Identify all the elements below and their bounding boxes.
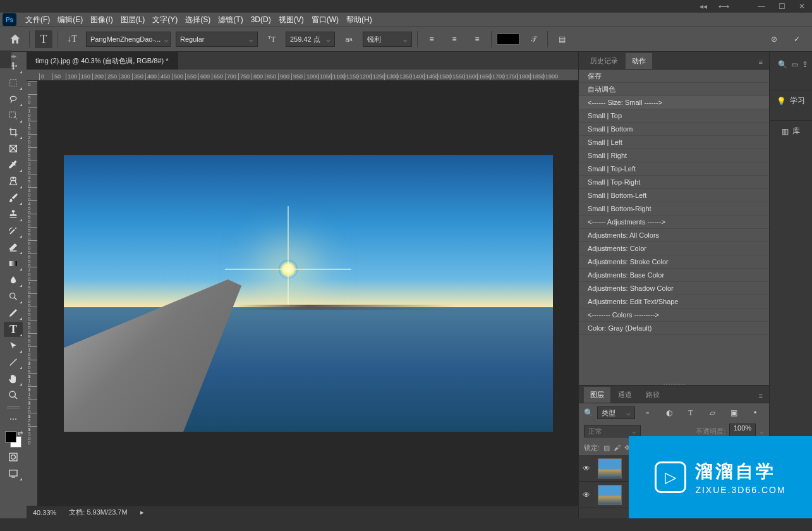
menu-select[interactable]: 选择(S) — [181, 13, 214, 27]
align-center-icon[interactable]: ≡ — [445, 30, 463, 48]
filter-adjust-icon[interactable]: ◐ — [660, 404, 678, 422]
action-row[interactable]: Adjustments: Edit Text/Shape — [579, 295, 769, 308]
zoom-tool[interactable] — [4, 388, 23, 403]
type-tool[interactable]: T — [4, 322, 23, 337]
filter-smart-icon[interactable]: ▣ — [725, 404, 742, 422]
collapsed-color-panel[interactable] — [0, 51, 11, 68]
brush-tool[interactable] — [4, 190, 23, 205]
action-row[interactable]: Adjustments: Stroke Color — [579, 255, 769, 269]
action-row[interactable]: Small | Bottom — [579, 123, 769, 136]
history-brush-tool[interactable] — [4, 223, 23, 238]
align-left-icon[interactable]: ≡ — [423, 30, 440, 48]
lasso-tool[interactable] — [4, 92, 23, 107]
quick-mask-icon[interactable] — [4, 449, 23, 465]
font-style-select[interactable]: Regular⌵ — [176, 32, 258, 47]
character-panel-icon[interactable]: ▤ — [553, 30, 571, 48]
close-button[interactable]: ✕ — [794, 1, 809, 12]
quick-select-tool[interactable] — [4, 108, 23, 123]
action-row[interactable]: 保存 — [579, 70, 769, 83]
menu-layer[interactable]: 图层(L) — [117, 13, 149, 27]
frame-tool[interactable] — [4, 141, 23, 156]
layer-filter-select[interactable]: 类型⌵ — [597, 406, 635, 419]
hand-tool[interactable] — [4, 371, 23, 386]
panel-menu-icon[interactable]: ≡ — [753, 55, 769, 69]
foreground-color[interactable] — [5, 431, 16, 442]
menu-help[interactable]: 帮助(H) — [342, 13, 376, 27]
menu-type[interactable]: 文字(Y) — [148, 13, 181, 27]
font-size-select[interactable]: 259.42 点⌵ — [286, 32, 335, 47]
dodge-tool[interactable] — [4, 289, 23, 304]
color-swatches[interactable]: ⇄ — [4, 430, 23, 449]
collapse-panels-icon[interactable]: ◂◂ — [696, 1, 711, 12]
crop-tool[interactable] — [4, 125, 23, 140]
action-row[interactable]: Adjustments: Shadow Color — [579, 282, 769, 295]
blend-mode-select[interactable]: 正常⌵ — [584, 425, 641, 437]
tab-layers[interactable]: 图层 — [584, 387, 610, 403]
action-row[interactable]: Small | Bottom-Left — [579, 189, 769, 202]
shape-tool[interactable] — [4, 355, 23, 370]
visibility-icon[interactable]: 👁 — [583, 464, 593, 473]
action-row[interactable]: Adjustments: Color — [579, 242, 769, 255]
filter-type-icon[interactable]: T — [682, 404, 700, 422]
zoom-level[interactable]: 40.33% — [33, 509, 56, 516]
action-row[interactable]: Color: Gray (Default) — [579, 322, 769, 335]
edit-toolbar-icon[interactable]: ⋯ — [4, 412, 23, 427]
canvas[interactable] — [38, 81, 578, 506]
share-icon[interactable]: ⇪ — [802, 60, 808, 69]
menu-edit[interactable]: 编辑(E) — [54, 13, 87, 27]
panel-resize-handle[interactable]: ⋯⋯⋯ — [579, 380, 769, 385]
blur-tool[interactable] — [4, 272, 23, 288]
ruler-vertical[interactable]: 0501001502002503003504004505005506006507… — [27, 81, 38, 506]
menu-window[interactable]: 窗口(W) — [308, 13, 342, 27]
ruler-horizontal[interactable]: 0501001502002503003504004505005506006507… — [27, 70, 578, 81]
action-row[interactable]: Small | Left — [579, 136, 769, 149]
action-row[interactable]: Small | Top-Left — [579, 162, 769, 176]
pen-tool[interactable] — [4, 305, 23, 320]
tool-preset-icon[interactable]: T — [35, 30, 52, 48]
gradient-tool[interactable] — [4, 256, 23, 271]
text-orientation-icon[interactable]: ↓T — [63, 30, 81, 48]
tab-paths[interactable]: 路径 — [639, 387, 666, 403]
warp-text-icon[interactable]: 𝒯 — [524, 30, 542, 48]
menu-file[interactable]: 文件(F) — [21, 13, 54, 27]
eraser-tool[interactable] — [4, 240, 23, 255]
filter-toggle[interactable]: • — [746, 404, 764, 422]
action-row[interactable]: 自动调色 — [579, 83, 769, 96]
menu-view[interactable]: 视图(V) — [275, 13, 308, 27]
marquee-tool[interactable] — [4, 75, 23, 90]
action-row[interactable]: Small | Top-Right — [579, 176, 769, 189]
layer-thumbnail[interactable] — [598, 458, 622, 479]
libraries-panel-button[interactable]: ▥ 库 — [770, 120, 812, 142]
path-select-tool[interactable] — [4, 338, 23, 353]
healing-tool[interactable] — [4, 174, 23, 189]
eyedropper-tool[interactable] — [4, 157, 23, 173]
action-row[interactable]: Small | Top — [579, 109, 769, 123]
minimize-button[interactable]: — — [754, 1, 769, 12]
expand-icon[interactable]: ⟷ — [716, 1, 731, 12]
doc-info-arrow[interactable]: ▸ — [140, 508, 144, 516]
menu-3d[interactable]: 3D(D) — [247, 14, 275, 25]
document-tab[interactable]: timg (2).jpg @ 40.3% (自动色调, RGB/8#) * — [27, 52, 178, 70]
learn-panel-button[interactable]: 💡 学习 — [770, 90, 812, 111]
layer-thumbnail[interactable] — [598, 485, 622, 505]
font-family-select[interactable]: PangMenZhengDao-...⌵ — [86, 32, 171, 47]
text-color-swatch[interactable] — [497, 34, 519, 45]
tab-channels[interactable]: 通道 — [612, 387, 638, 403]
tab-history[interactable]: 历史记录 — [584, 53, 624, 69]
filter-pixel-icon[interactable]: ▫ — [639, 404, 657, 422]
action-row[interactable]: Adjustments: All Colors — [579, 229, 769, 242]
menu-filter[interactable]: 滤镜(T) — [214, 13, 246, 27]
lock-transparent-icon[interactable]: ▨ — [603, 444, 610, 452]
action-row[interactable]: <-------- Colors ---------> — [579, 308, 769, 322]
tab-actions[interactable]: 动作 — [626, 53, 652, 69]
layer-filter-icon[interactable]: 🔍 — [584, 408, 593, 417]
cancel-icon[interactable]: ⊘ — [765, 30, 783, 48]
search-icon[interactable]: 🔍 — [778, 60, 787, 69]
action-row[interactable]: <------ Adjustments ------> — [579, 216, 769, 229]
layers-menu-icon[interactable]: ≡ — [753, 389, 769, 403]
action-row[interactable]: <------ Size: Small ------> — [579, 96, 769, 109]
align-right-icon[interactable]: ≡ — [468, 30, 486, 48]
antialias-select[interactable]: 锐利⌵ — [363, 32, 412, 47]
commit-icon[interactable]: ✓ — [788, 30, 806, 48]
arrange-icon[interactable]: ▭ — [791, 60, 798, 69]
